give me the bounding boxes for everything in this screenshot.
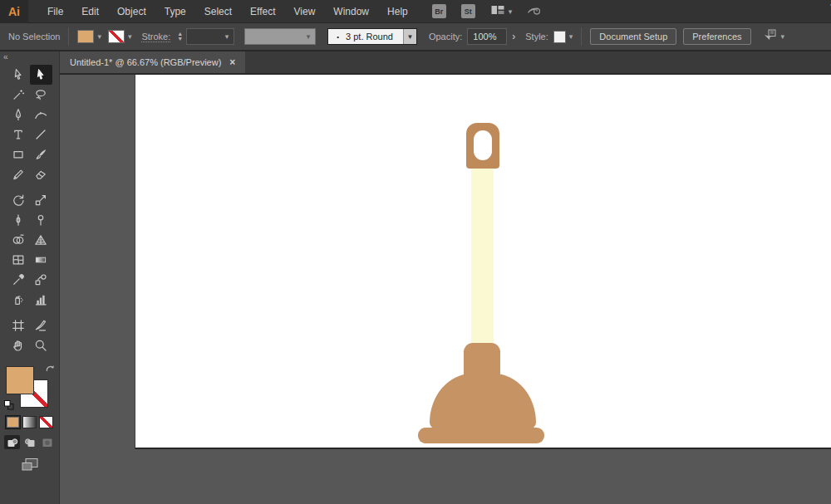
document-setup-button[interactable]: Document Setup	[590, 28, 676, 45]
tool-hand[interactable]	[7, 335, 30, 355]
artboard[interactable]	[135, 75, 831, 449]
tool-magic-wand[interactable]	[7, 85, 30, 105]
change-screen-mode-button[interactable]	[21, 458, 39, 475]
shape-builder-icon	[12, 233, 25, 247]
tool-rectangle[interactable]	[7, 144, 30, 164]
opacity-input[interactable]: 100%	[467, 28, 507, 45]
tool-column-graph[interactable]	[30, 290, 52, 310]
control-panel-options-button[interactable]: ▾	[763, 28, 785, 45]
opacity-label[interactable]: Opacity:	[429, 32, 462, 42]
document-tab-bar: Untitled-1* @ 66.67% (RGB/Preview) ×	[60, 51, 831, 75]
hand-icon	[12, 339, 25, 352]
tool-paintbrush[interactable]	[30, 144, 52, 164]
tool-scale[interactable]	[30, 190, 52, 210]
document-tab[interactable]: Untitled-1* @ 66.67% (RGB/Preview) ×	[60, 51, 245, 73]
bridge-button[interactable]: Br	[432, 4, 446, 18]
fill-swatch[interactable]	[6, 366, 34, 394]
menu-window[interactable]: Window	[324, 1, 378, 22]
menu-help[interactable]: Help	[378, 1, 417, 22]
tool-perspective-grid[interactable]	[30, 230, 52, 250]
tool-mesh[interactable]	[7, 250, 30, 270]
width-icon	[12, 213, 25, 227]
plunger-cup-neck-shape[interactable]	[464, 343, 500, 378]
arrange-documents-button[interactable]: ▾	[490, 4, 513, 19]
menu-view[interactable]: View	[285, 1, 325, 22]
gpu-performance-button[interactable]	[527, 4, 541, 19]
direct-selection-icon	[34, 68, 47, 81]
preferences-button[interactable]: Preferences	[683, 28, 750, 45]
brush-bullet: •	[328, 33, 346, 41]
opacity-panel-arrow[interactable]: ›	[512, 31, 515, 42]
tool-direct-selection[interactable]	[30, 65, 52, 85]
tool-type[interactable]	[7, 125, 30, 144]
artboard-icon	[12, 319, 25, 332]
draw-inside-button[interactable]	[39, 435, 55, 449]
fill-color-swatch[interactable]	[77, 30, 94, 43]
document-tab-title: Untitled-1* @ 66.67% (RGB/Preview)	[70, 57, 221, 67]
canvas-column: Untitled-1* @ 66.67% (RGB/Preview) ×	[60, 51, 831, 504]
draw-behind-button[interactable]	[22, 435, 37, 449]
tool-gradient[interactable]	[30, 250, 52, 270]
menu-edit[interactable]: Edit	[72, 1, 108, 22]
swap-fill-stroke-icon[interactable]	[45, 363, 56, 378]
menu-file[interactable]: File	[38, 1, 72, 22]
control-bar: No Selection ▾ ▾ Stroke: ▲▼ ▾ ▾ • 3 pt. …	[0, 23, 831, 51]
gpu-performance-icon	[527, 4, 541, 19]
stroke-weight-dropdown[interactable]: ▾	[186, 28, 234, 45]
menu-select[interactable]: Select	[195, 1, 241, 22]
menu-object[interactable]: Object	[108, 1, 155, 22]
tool-blend[interactable]	[30, 270, 52, 290]
chevron-down-icon[interactable]: ▾	[569, 32, 573, 41]
tool-zoom[interactable]	[30, 335, 52, 355]
tool-curvature[interactable]	[30, 105, 52, 125]
brush-definition-dropdown[interactable]: • 3 pt. Round ▼	[327, 28, 417, 45]
stroke-weight-stepper[interactable]: ▲▼	[177, 32, 183, 42]
tool-shape-builder[interactable]	[7, 230, 30, 250]
tool-slice[interactable]	[30, 316, 52, 335]
tool-rotate[interactable]	[7, 190, 30, 210]
blend-icon	[34, 273, 47, 286]
selection-status: No Selection	[8, 32, 60, 42]
tool-eyedropper[interactable]	[7, 270, 30, 290]
line-segment-icon	[34, 128, 47, 141]
style-swatch[interactable]	[553, 31, 566, 43]
tool-selection[interactable]	[7, 65, 30, 85]
draw-behind-icon	[24, 437, 36, 448]
stroke-weight-label[interactable]: Stroke:	[141, 32, 170, 42]
tool-line-segment[interactable]	[30, 125, 52, 144]
tool-width[interactable]	[7, 210, 30, 230]
arrange-documents-icon	[490, 4, 505, 19]
menu-type[interactable]: Type	[155, 1, 195, 22]
color-mode-gradient[interactable]	[22, 416, 37, 428]
width-profile-dropdown[interactable]: ▾	[244, 28, 316, 45]
chevron-down-icon[interactable]: ▾	[97, 32, 101, 41]
chevron-down-icon[interactable]: ▾	[128, 32, 132, 41]
paintbrush-icon	[34, 148, 47, 161]
chevron-down-icon: ▾	[225, 32, 229, 41]
tool-artboard[interactable]	[7, 316, 30, 335]
tool-pen[interactable]	[7, 105, 30, 125]
slice-icon	[34, 319, 47, 332]
chevron-down-icon: ▾	[307, 32, 311, 41]
color-mode-none[interactable]	[39, 416, 53, 428]
tool-lasso[interactable]	[30, 85, 52, 105]
pasteboard[interactable]	[60, 75, 831, 504]
plunger-cup-dome-shape[interactable]	[430, 374, 536, 429]
close-icon[interactable]: ×	[229, 56, 235, 68]
plunger-cup-base-shape[interactable]	[418, 428, 544, 443]
color-mode-color[interactable]	[6, 416, 20, 428]
menu-items: FileEditObjectTypeSelectEffectViewWindow…	[38, 1, 417, 22]
panel-collapse-button[interactable]: «	[0, 51, 59, 65]
tool-symbol-sprayer[interactable]	[7, 290, 30, 310]
plunger-stick-shape[interactable]	[471, 166, 494, 345]
stock-button[interactable]: St	[461, 4, 475, 18]
default-fill-stroke-icon[interactable]	[3, 399, 15, 414]
draw-normal-button[interactable]	[4, 435, 20, 449]
fill-stroke-widget	[6, 365, 54, 411]
menu-effect[interactable]: Effect	[241, 1, 284, 22]
tool-eraser[interactable]	[30, 164, 52, 184]
rotate-icon	[12, 193, 25, 207]
tool-shaper[interactable]	[7, 164, 30, 184]
tool-puppet-warp[interactable]	[30, 210, 52, 230]
stroke-color-swatch[interactable]	[108, 30, 125, 43]
